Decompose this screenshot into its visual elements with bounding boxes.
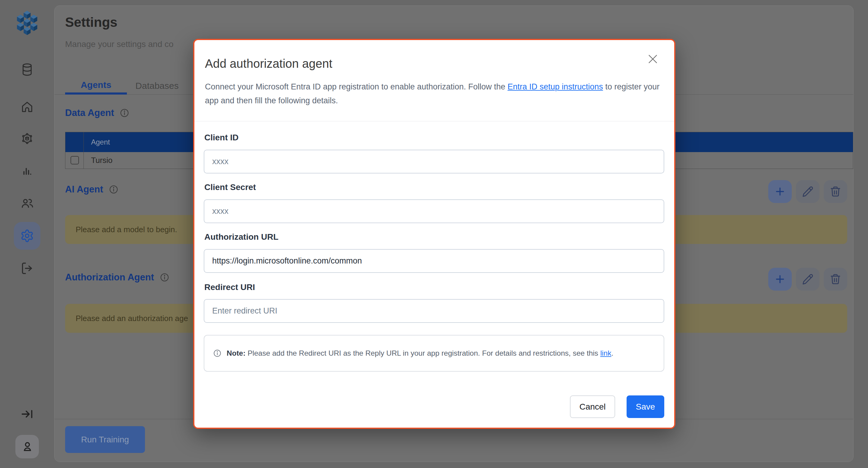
close-icon[interactable] (646, 52, 660, 66)
redirect-uri-note: Note: Please add the Redirect URI as the… (204, 335, 664, 372)
authorization-url-label: Authorization URL (204, 232, 278, 242)
note-label: Note: (227, 349, 246, 357)
add-authorization-agent-modal: Add authorization agent Connect your Mic… (193, 39, 675, 429)
pencil-icon (802, 273, 814, 285)
client-id-label: Client ID (204, 133, 239, 142)
modal-actions: Cancel Save (570, 395, 664, 418)
tab-databases[interactable]: Databases (127, 77, 187, 95)
tab-agents[interactable]: Agents (65, 77, 127, 95)
authorization-agent-title: Authorization Agent (65, 272, 154, 283)
cancel-button[interactable]: Cancel (570, 395, 615, 418)
plus-icon (774, 273, 786, 285)
ai-agent-title: AI Agent (65, 184, 103, 195)
note-link[interactable]: link (600, 349, 612, 357)
home-icon[interactable] (20, 100, 34, 114)
edit-ai-agent-button[interactable] (796, 180, 819, 203)
info-icon[interactable] (119, 108, 130, 118)
modal-description: Connect your Microsoft Entra ID app regi… (205, 80, 665, 107)
authorization-agent-section-heading: Authorization Agent (65, 272, 170, 283)
client-secret-input[interactable] (204, 199, 664, 223)
client-id-input[interactable] (204, 150, 664, 173)
note-text: Note: Please add the Redirect URI as the… (227, 349, 613, 358)
sidebar (0, 0, 54, 468)
description-text: Connect your Microsoft Entra ID app regi… (205, 82, 507, 91)
ai-agent-actions (768, 180, 847, 203)
column-divider (84, 132, 84, 169)
ai-agent-section-heading: AI Agent (65, 184, 119, 195)
data-agent-section-heading: Data Agent (65, 107, 130, 119)
authorization-url-input[interactable] (204, 249, 664, 273)
modal-title: Add authorization agent (205, 57, 333, 70)
authorization-agent-actions (768, 268, 847, 291)
collapse-sidebar-icon[interactable] (20, 407, 34, 421)
info-icon[interactable] (159, 272, 170, 282)
app-root: Settings Manage your settings and co Age… (0, 0, 868, 468)
save-button[interactable]: Save (627, 395, 664, 418)
gear-icon (20, 229, 34, 243)
pencil-icon (802, 186, 814, 198)
info-icon[interactable] (108, 184, 119, 195)
agent-name-cell: Tursio (91, 152, 113, 169)
app-logo-icon (13, 8, 41, 37)
row-checkbox[interactable] (70, 156, 79, 164)
delete-ai-agent-button[interactable] (824, 180, 847, 203)
page-title: Settings (65, 15, 118, 30)
user-avatar-button[interactable] (16, 435, 39, 458)
client-secret-label: Client Secret (204, 182, 256, 192)
edit-authorization-agent-button[interactable] (796, 268, 819, 291)
logout-icon[interactable] (20, 261, 34, 275)
delete-authorization-agent-button[interactable] (824, 268, 847, 291)
redirect-uri-input[interactable] (204, 299, 664, 323)
bar-chart-icon[interactable] (20, 164, 34, 178)
data-agent-title: Data Agent (65, 107, 114, 119)
users-icon[interactable] (20, 196, 34, 210)
add-authorization-agent-button[interactable] (768, 268, 792, 291)
trash-icon (830, 186, 841, 198)
redirect-uri-label: Redirect URI (204, 282, 255, 292)
plus-icon (774, 186, 786, 198)
page-subtitle: Manage your settings and co (65, 39, 174, 49)
add-ai-agent-button[interactable] (768, 180, 792, 203)
info-icon (213, 349, 222, 358)
sidebar-item-settings[interactable] (14, 222, 40, 250)
entra-setup-instructions-link[interactable]: Entra ID setup instructions (507, 82, 603, 91)
person-icon (21, 440, 34, 454)
trash-icon (830, 273, 841, 285)
database-icon[interactable] (20, 63, 34, 76)
model-graph-icon[interactable] (20, 132, 34, 145)
column-header-agent: Agent (91, 132, 110, 152)
run-training-button[interactable]: Run Training (65, 426, 145, 453)
